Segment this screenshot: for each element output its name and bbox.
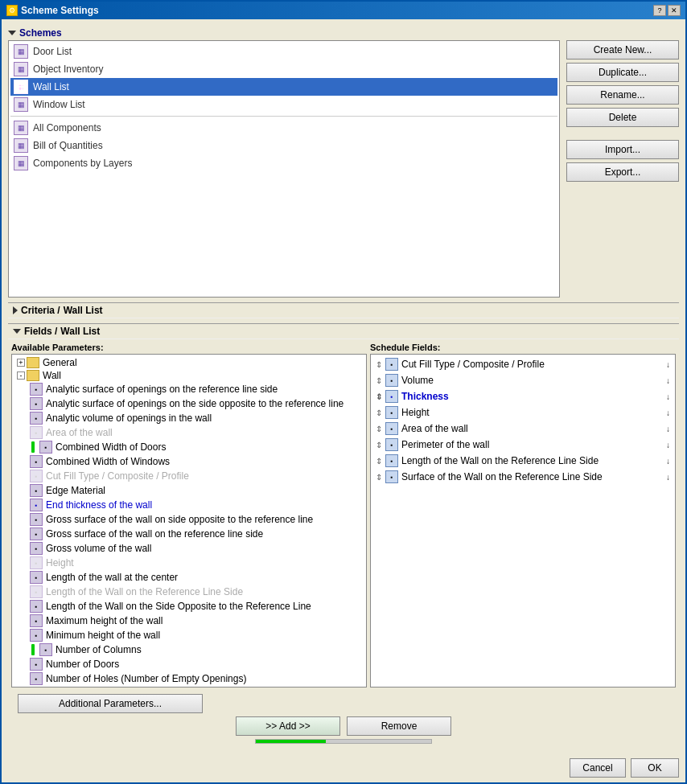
schedule-icon-perimeter: ▪ bbox=[385, 438, 398, 451]
schedule-list[interactable]: ⇕ ▪ Cut Fill Type / Composite / Profile … bbox=[370, 354, 676, 688]
param-item-area-wall[interactable]: ▪ Area of the wall bbox=[14, 425, 364, 440]
schedule-item-cut-fill[interactable]: ⇕ ▪ Cut Fill Type / Composite / Profile … bbox=[372, 356, 673, 372]
param-icon-height: ▪ bbox=[30, 556, 43, 569]
close-button[interactable]: ✕ bbox=[668, 5, 681, 16]
help-button[interactable]: ? bbox=[653, 5, 666, 16]
schedule-item-surface-ref[interactable]: ⇕ ▪ Surface of the Wall on the Reference… bbox=[372, 469, 673, 485]
schemes-arrow-icon[interactable] bbox=[8, 31, 16, 35]
schemes-buttons: Create New... Duplicate... Rename... Del… bbox=[566, 40, 679, 298]
param-icon-min-height: ▪ bbox=[30, 629, 43, 642]
schemes-panel: ▦ Door List ▦ Object Inventory ▦ Wall Li… bbox=[8, 40, 679, 298]
tree-toggle-wall[interactable]: - bbox=[17, 371, 25, 380]
criteria-arrow-icon[interactable] bbox=[13, 306, 18, 314]
param-item-gross-volume[interactable]: ▪ Gross volume of the wall bbox=[14, 541, 364, 556]
schedule-item-volume[interactable]: ⇕ ▪ Volume ↓ bbox=[372, 372, 673, 388]
param-item-cut-fill-type[interactable]: ▪ Cut Fill Type / Composite / Profile bbox=[14, 469, 364, 483]
scheme-item-window-list[interactable]: ▦ Window List bbox=[10, 96, 557, 113]
param-item-length-side-opp[interactable]: ▪ Length of the Wall on the Side Opposit… bbox=[14, 599, 364, 614]
params-list[interactable]: + General - Wall bbox=[11, 354, 367, 688]
param-item-combined-width-doors[interactable]: ▪ Combined Width of Doors bbox=[14, 440, 364, 454]
import-button[interactable]: Import... bbox=[566, 140, 679, 159]
scheme-wall-list-icon: ▦ bbox=[14, 80, 28, 94]
param-icon-max-height: ▪ bbox=[30, 614, 43, 627]
criteria-label: Criteria / bbox=[21, 305, 60, 316]
schedule-item-height[interactable]: ⇕ ▪ Height ↓ bbox=[372, 404, 673, 421]
tree-label-wall: Wall bbox=[43, 370, 61, 381]
param-item-height[interactable]: ▪ Height bbox=[14, 556, 364, 570]
param-item-length-center[interactable]: ▪ Length of the wall at the center bbox=[14, 570, 364, 585]
cancel-button[interactable]: Cancel bbox=[570, 758, 626, 778]
titlebar-icon: ⚙ bbox=[6, 5, 18, 16]
param-item-max-height[interactable]: ▪ Maximum height of the wall bbox=[14, 614, 364, 628]
criteria-section: Criteria / Wall List bbox=[8, 302, 679, 318]
param-item-analytic-surface-opp[interactable]: ▪ Analytic surface of openings on the si… bbox=[14, 396, 364, 411]
schedule-sort-cut-fill: ↓ bbox=[666, 360, 670, 369]
schedule-icon-length-ref: ▪ bbox=[385, 454, 398, 467]
param-item-min-height[interactable]: ▪ Minimum height of the wall bbox=[14, 628, 364, 642]
create-new-button[interactable]: Create New... bbox=[566, 40, 679, 60]
scheme-item-wall-list[interactable]: ▦ Wall List bbox=[10, 78, 557, 96]
param-item-num-holes[interactable]: ▪ Number of Holes (Number of Empty Openi… bbox=[14, 671, 364, 686]
scheme-item-bill-of-quantities[interactable]: ▦ Bill of Quantities bbox=[10, 137, 557, 154]
schedule-sort-height: ↓ bbox=[666, 408, 670, 417]
param-item-analytic-volume[interactable]: ▪ Analytic volume of openings in the wal… bbox=[14, 411, 364, 425]
tree-toggle-general[interactable]: + bbox=[17, 359, 25, 367]
scheme-item-object-inventory[interactable]: ▦ Object Inventory bbox=[10, 60, 557, 78]
remove-button[interactable]: Remove bbox=[347, 716, 451, 736]
param-icon-cut-fill-type: ▪ bbox=[30, 470, 43, 482]
schedule-item-thickness[interactable]: ⇕ ▪ Thickness ↓ bbox=[372, 388, 673, 404]
param-item-num-columns[interactable]: ▪ Number of Columns bbox=[14, 642, 364, 657]
schedule-icon-volume: ▪ bbox=[385, 374, 398, 387]
schedule-label-surface-ref: Surface of the Wall on the Reference Lin… bbox=[401, 471, 603, 482]
scheme-window-list-label: Window List bbox=[33, 99, 85, 110]
param-icon-num-doors: ▪ bbox=[30, 658, 43, 671]
param-item-gross-surface-ref[interactable]: ▪ Gross surface of the wall on the refer… bbox=[14, 527, 364, 541]
param-item-edge-material[interactable]: ▪ Edge Material bbox=[14, 483, 364, 498]
export-button[interactable]: Export... bbox=[566, 162, 679, 182]
scheme-item-components-by-layers[interactable]: ▦ Components by Layers bbox=[10, 154, 557, 172]
fields-label: Fields / bbox=[24, 326, 57, 337]
add-remove-row: >> Add >> Remove bbox=[14, 716, 673, 736]
fields-arrow-icon[interactable] bbox=[13, 329, 21, 334]
schedule-label-length-ref: Length of the Wall on the Reference Line… bbox=[401, 455, 599, 466]
ok-button[interactable]: OK bbox=[631, 758, 679, 778]
schedule-sort-thickness: ↓ bbox=[666, 392, 670, 401]
param-icon-combined-width-windows: ▪ bbox=[30, 455, 43, 468]
schedule-item-perimeter[interactable]: ⇕ ▪ Perimeter of the wall ↓ bbox=[372, 437, 673, 453]
param-icon-area-wall: ▪ bbox=[30, 426, 43, 439]
param-item-combined-width-windows[interactable]: ▪ Combined Width of Windows bbox=[14, 454, 364, 469]
scheme-item-door-list[interactable]: ▦ Door List bbox=[10, 43, 557, 60]
schemes-list[interactable]: ▦ Door List ▦ Object Inventory ▦ Wall Li… bbox=[8, 40, 560, 298]
schedule-label-perimeter: Perimeter of the wall bbox=[401, 439, 489, 450]
add-button[interactable]: >> Add >> bbox=[236, 716, 340, 736]
additional-params-button[interactable]: Additional Parameters... bbox=[18, 694, 203, 713]
param-item-num-doors[interactable]: ▪ Number of Doors bbox=[14, 657, 364, 671]
tree-item-wall[interactable]: - Wall bbox=[14, 369, 364, 382]
available-params-label: Available Parameters: bbox=[11, 343, 367, 352]
duplicate-button[interactable]: Duplicate... bbox=[566, 63, 679, 82]
tree-item-general[interactable]: + General bbox=[14, 356, 364, 369]
scheme-item-all-components[interactable]: ▦ All Components bbox=[10, 119, 557, 137]
param-icon-gross-surface-opp: ▪ bbox=[30, 513, 43, 526]
param-item-num-windows[interactable]: ▪ Number of Windows bbox=[14, 686, 364, 688]
schedule-fields-label: Schedule Fields: bbox=[370, 343, 676, 352]
rename-button[interactable]: Rename... bbox=[566, 85, 679, 105]
scheme-object-inventory-label: Object Inventory bbox=[33, 64, 103, 75]
param-item-length-ref-line[interactable]: ▪ Length of the Wall on the Reference Li… bbox=[14, 585, 364, 599]
schedule-label-area-wall: Area of the wall bbox=[401, 423, 468, 434]
param-item-analytic-surface-ref[interactable]: ▪ Analytic surface of openings on the re… bbox=[14, 382, 364, 396]
schedule-item-length-ref[interactable]: ⇕ ▪ Length of the Wall on the Reference … bbox=[372, 453, 673, 469]
titlebar-left: ⚙ Scheme Settings bbox=[6, 5, 99, 16]
content-area: Schemes ▦ Door List ▦ Object Inventory bbox=[2, 19, 685, 753]
schedule-item-area-wall[interactable]: ⇕ ▪ Area of the wall ↓ bbox=[372, 421, 673, 437]
scheme-separator-1 bbox=[10, 116, 557, 117]
schedule-sort-area-wall: ↓ bbox=[666, 425, 670, 433]
param-item-gross-surface-opp[interactable]: ▪ Gross surface of the wall on side oppo… bbox=[14, 512, 364, 527]
delete-button[interactable]: Delete bbox=[566, 108, 679, 127]
scheme-components-layers-label: Components by Layers bbox=[33, 158, 132, 169]
param-item-end-thickness[interactable]: ▪ End thickness of the wall bbox=[14, 498, 364, 512]
fields-header: Fields / Wall List bbox=[8, 323, 679, 339]
schedule-icon-height: ▪ bbox=[385, 406, 398, 419]
schedule-drag-height: ⇕ bbox=[376, 408, 382, 417]
fields-body: Available Parameters: + General - bbox=[8, 339, 679, 691]
